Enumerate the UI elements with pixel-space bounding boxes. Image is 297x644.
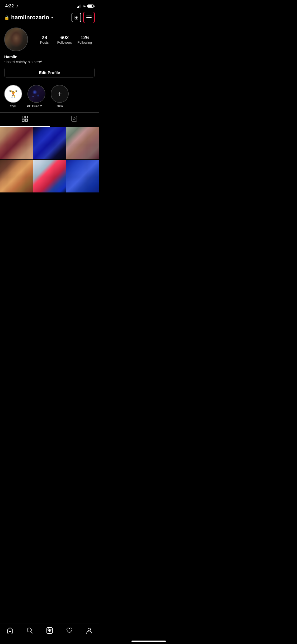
tagged-icon: [71, 116, 77, 123]
following-stat[interactable]: 126 Following: [75, 35, 95, 44]
avatar[interactable]: [4, 27, 28, 51]
svg-rect-1: [25, 116, 27, 118]
story-label-gym: Gym: [10, 104, 16, 108]
status-icons: ∿: [77, 4, 94, 8]
tab-tagged[interactable]: [50, 113, 99, 127]
profile-stats-row: 28 Posts 602 Followers 126 Following: [4, 27, 95, 51]
add-content-button[interactable]: ⊞: [72, 13, 81, 22]
content-tabs: [0, 112, 99, 127]
story-gym[interactable]: 🏋️ Gym: [4, 85, 22, 108]
username-text: hamlinrozario: [11, 14, 49, 21]
stories-row: 🏋️ Gym PC Build 20... + New: [0, 85, 99, 112]
photo-grid: [0, 127, 99, 192]
menu-line-3: [86, 19, 92, 19]
photo-cell-4[interactable]: [0, 160, 33, 193]
svg-rect-2: [22, 119, 24, 121]
wifi-icon: ∿: [83, 4, 86, 8]
followers-count: 602: [54, 35, 74, 40]
svg-rect-3: [25, 119, 27, 121]
username-area[interactable]: 🔒 hamlinrozario ▾: [4, 14, 53, 21]
status-bar: 4:22 ↗ ∿: [0, 0, 99, 11]
main-content: 🔒 hamlinrozario ▾ ⊞ 28 Posts: [0, 11, 99, 214]
photo-cell-3[interactable]: [66, 127, 99, 159]
profile-header: 🔒 hamlinrozario ▾ ⊞: [0, 11, 99, 26]
add-icon: ⊞: [74, 15, 79, 20]
followers-label: Followers: [54, 40, 74, 44]
svg-rect-4: [72, 116, 77, 121]
gym-icon: 🏋️: [9, 90, 18, 98]
followers-stat[interactable]: 602 Followers: [54, 35, 74, 44]
status-time-area: 4:22 ↗: [5, 4, 18, 8]
edit-profile-label: Edit Profile: [39, 70, 60, 75]
chevron-down-icon: ▾: [51, 15, 53, 20]
following-count: 126: [75, 35, 95, 40]
photo-cell-1[interactable]: [0, 127, 33, 159]
posts-label: Posts: [34, 40, 54, 44]
profile-bio: *Insert catchy bio here*: [4, 60, 95, 64]
story-new[interactable]: + New: [51, 85, 69, 108]
profile-name: Hamlin: [4, 54, 95, 59]
header-actions: ⊞: [72, 12, 95, 23]
lock-icon: 🔒: [4, 15, 10, 20]
hamburger-menu-button[interactable]: [83, 12, 95, 23]
pc-story-image: [28, 85, 45, 102]
edit-profile-button[interactable]: Edit Profile: [4, 68, 95, 77]
photo-cell-2[interactable]: [33, 127, 66, 159]
story-circle-gym: 🏋️: [4, 85, 22, 103]
story-label-new: New: [56, 104, 63, 108]
avatar-image: [5, 28, 27, 51]
story-circle-pcbuild: [27, 85, 45, 103]
location-icon: ↗: [16, 4, 18, 8]
signal-icon: [77, 4, 82, 8]
story-pcbuild[interactable]: PC Build 20...: [27, 85, 46, 108]
status-time: 4:22: [5, 4, 14, 8]
svg-point-5: [73, 118, 75, 120]
battery-icon: [87, 4, 94, 8]
story-circle-new: +: [51, 85, 69, 103]
svg-rect-0: [22, 116, 24, 118]
menu-line-2: [86, 17, 92, 18]
grid-icon: [22, 116, 28, 123]
posts-stat[interactable]: 28 Posts: [34, 35, 54, 44]
posts-count: 28: [34, 35, 54, 40]
plus-icon: +: [58, 90, 62, 98]
menu-line-1: [86, 16, 92, 16]
photo-cell-5[interactable]: [33, 160, 66, 193]
story-label-pcbuild: PC Build 20...: [27, 104, 46, 108]
following-label: Following: [75, 40, 95, 44]
tab-grid[interactable]: [0, 113, 50, 127]
photo-cell-6[interactable]: [66, 160, 99, 193]
profile-section: 28 Posts 602 Followers 126 Following Ham…: [0, 26, 99, 85]
